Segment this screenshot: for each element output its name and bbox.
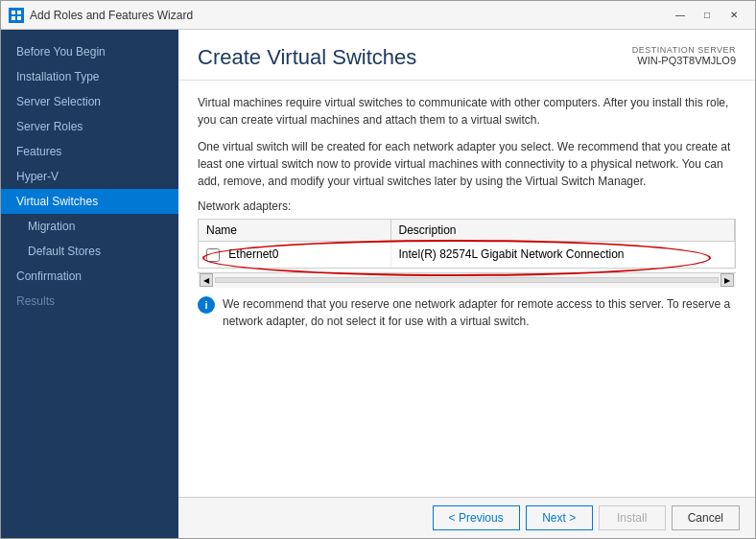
destination-value: WIN-PQ3T8VMJLO9: [632, 55, 736, 66]
horizontal-scrollbar[interactable]: ◀ ▶: [198, 272, 736, 288]
minimize-button[interactable]: —: [667, 6, 694, 25]
svg-rect-3: [17, 16, 21, 20]
sidebar-item-installation-type[interactable]: Installation Type: [1, 64, 178, 89]
adapters-table-container: Name Description: [198, 219, 736, 269]
next-button[interactable]: Next >: [526, 505, 593, 530]
col-header-name: Name: [199, 220, 390, 242]
col-header-description: Description: [390, 220, 735, 242]
title-bar-left: Add Roles and Features Wizard: [9, 8, 193, 23]
table-wrapper: Name Description: [198, 219, 736, 288]
cancel-button[interactable]: Cancel: [672, 505, 740, 530]
footer: < Previous Next > Install Cancel: [178, 497, 755, 538]
sidebar: Before You Begin Installation Type Serve…: [1, 30, 178, 538]
previous-button[interactable]: < Previous: [433, 505, 520, 530]
page-title: Create Virtual Switches: [198, 45, 416, 70]
app-icon: [9, 8, 24, 23]
main-panel: Create Virtual Switches DESTINATION SERV…: [178, 30, 755, 538]
adapter-name-cell: Ethernet0: [199, 242, 390, 268]
destination-server: DESTINATION SERVER WIN-PQ3T8VMJLO9: [632, 45, 736, 66]
sidebar-item-migration[interactable]: Migration: [1, 214, 178, 239]
header-section: Create Virtual Switches DESTINATION SERV…: [178, 30, 755, 81]
install-button[interactable]: Install: [599, 505, 666, 530]
network-adapters-label: Network adapters:: [198, 199, 736, 213]
main-window: Add Roles and Features Wizard — □ ✕ Befo…: [0, 0, 756, 539]
close-button[interactable]: ✕: [721, 6, 747, 25]
title-bar: Add Roles and Features Wizard — □ ✕: [1, 1, 755, 30]
window-title: Add Roles and Features Wizard: [30, 9, 193, 22]
scroll-right-arrow[interactable]: ▶: [721, 273, 734, 287]
sidebar-item-server-selection[interactable]: Server Selection: [1, 89, 178, 114]
window-controls: — □ ✕: [667, 6, 747, 25]
body-section: Virtual machines require virtual switche…: [178, 81, 755, 497]
sidebar-item-hyper-v[interactable]: Hyper-V: [1, 164, 178, 189]
adapter-name: Ethernet0: [228, 247, 278, 261]
table-header-row: Name Description: [199, 220, 735, 242]
destination-label: DESTINATION SERVER: [632, 45, 736, 55]
sidebar-item-confirmation[interactable]: Confirmation: [1, 264, 178, 289]
adapter-description-cell: Intel(R) 82574L Gigabit Network Connecti…: [390, 242, 735, 268]
sidebar-item-features[interactable]: Features: [1, 139, 178, 164]
sidebar-item-default-stores[interactable]: Default Stores: [1, 239, 178, 264]
sidebar-item-before-you-begin[interactable]: Before You Begin: [1, 39, 178, 64]
sidebar-item-results: Results: [1, 289, 178, 314]
scroll-track[interactable]: [215, 277, 719, 283]
svg-rect-0: [12, 11, 15, 14]
adapter-description: Intel(R) 82574L Gigabit Network Connecti…: [399, 247, 625, 261]
svg-rect-1: [17, 11, 21, 14]
info-row: i We recommend that you reserve one netw…: [198, 295, 736, 330]
adapters-table: Name Description: [199, 220, 735, 268]
scroll-left-arrow[interactable]: ◀: [200, 273, 213, 287]
content-area: Before You Begin Installation Type Serve…: [1, 30, 755, 538]
info-text: We recommend that you reserve one networ…: [223, 295, 736, 330]
info-icon: i: [198, 296, 215, 314]
intro-text-2: One virtual switch will be created for e…: [198, 138, 736, 190]
table-row: Ethernet0 Intel(R) 82574L Gigabit Networ…: [199, 242, 735, 268]
sidebar-item-virtual-switches[interactable]: Virtual Switches: [1, 189, 178, 214]
intro-text-1: Virtual machines require virtual switche…: [198, 94, 736, 129]
maximize-button[interactable]: □: [694, 6, 721, 25]
adapter-checkbox[interactable]: [206, 248, 220, 262]
sidebar-item-server-roles[interactable]: Server Roles: [1, 114, 178, 139]
svg-rect-2: [12, 16, 15, 20]
